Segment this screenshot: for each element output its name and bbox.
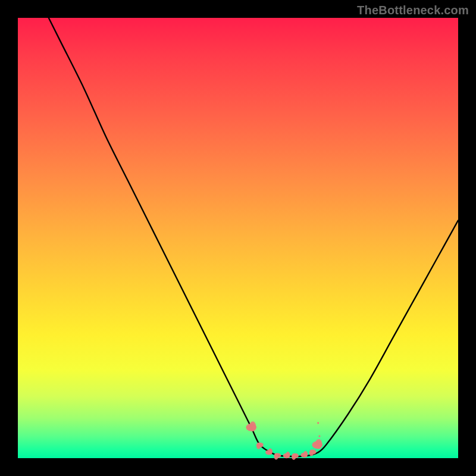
svg-point-9 bbox=[286, 452, 290, 458]
svg-point-1 bbox=[249, 421, 256, 431]
svg-point-3 bbox=[256, 443, 261, 449]
watermark-text: TheBottleneck.com bbox=[357, 4, 469, 17]
svg-point-7 bbox=[274, 453, 278, 460]
svg-point-5 bbox=[268, 448, 273, 455]
bottleneck-curve bbox=[49, 18, 458, 456]
svg-point-11 bbox=[292, 453, 296, 460]
curve-layer bbox=[18, 18, 458, 458]
chart-stage: TheBottleneck.com bbox=[0, 0, 476, 476]
svg-point-18 bbox=[318, 435, 320, 437]
svg-point-17 bbox=[315, 439, 322, 449]
svg-point-13 bbox=[303, 451, 308, 458]
svg-point-19 bbox=[317, 422, 319, 424]
svg-point-15 bbox=[309, 450, 314, 456]
gradient-plot-area bbox=[18, 18, 458, 458]
